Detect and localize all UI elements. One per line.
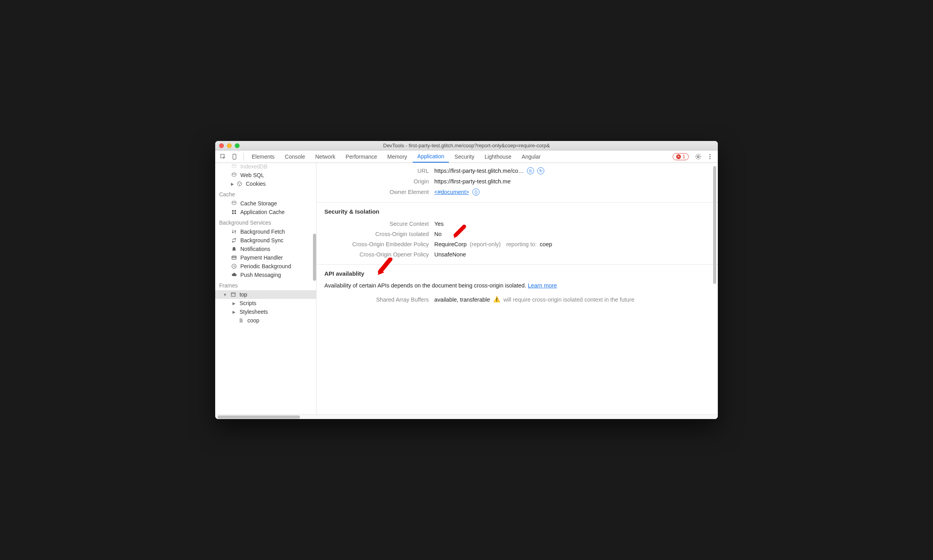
owner-element-link[interactable]: <#document> bbox=[434, 189, 469, 195]
svg-line-9 bbox=[696, 158, 697, 159]
coep-value: RequireCorp bbox=[434, 241, 466, 247]
svg-point-16 bbox=[238, 182, 242, 186]
sidebar-item-push[interactable]: Push Messaging bbox=[215, 271, 316, 279]
settings-icon[interactable] bbox=[693, 151, 704, 162]
svg-rect-21 bbox=[232, 210, 234, 212]
annotation-arrow-icon bbox=[449, 224, 466, 242]
device-icon[interactable] bbox=[229, 151, 240, 162]
api-note-text: Availability of certain APIs depends on … bbox=[324, 282, 528, 289]
close-window-button[interactable] bbox=[219, 143, 224, 148]
sidebar-scrollbar[interactable] bbox=[313, 234, 316, 281]
sidebar-label: Stylesheets bbox=[240, 309, 268, 315]
bell-icon bbox=[231, 246, 237, 252]
sidebar-item-indexeddb[interactable]: IndexedDB bbox=[215, 163, 316, 171]
grid-icon bbox=[231, 209, 237, 215]
svg-point-15 bbox=[232, 173, 236, 174]
sidebar-item-top-frame[interactable]: ▼ top bbox=[215, 290, 316, 299]
svg-point-18 bbox=[240, 183, 241, 184]
sidebar-label: Payment Handler bbox=[240, 254, 283, 261]
devtools-tabbar: ElementsConsoleNetworkPerformanceMemoryA… bbox=[215, 150, 718, 163]
more-icon[interactable] bbox=[704, 151, 715, 162]
tab-network[interactable]: Network bbox=[311, 150, 340, 163]
sidebar-item-bgfetch[interactable]: Background Fetch bbox=[215, 227, 316, 236]
sidebar-item-payment[interactable]: Payment Handler bbox=[215, 253, 316, 262]
coop-value: UnsafeNone bbox=[434, 251, 466, 258]
sidebar-label: Cache Storage bbox=[240, 200, 277, 207]
sidebar-group-cache: Cache bbox=[215, 188, 316, 199]
origin-label: Origin bbox=[316, 178, 434, 185]
copy-icon[interactable]: ⎘ bbox=[527, 167, 534, 174]
database-icon bbox=[231, 172, 237, 178]
reveal-icon[interactable]: ⟨⟩ bbox=[472, 188, 479, 196]
sidebar-group-frames: Frames bbox=[215, 279, 316, 290]
svg-point-17 bbox=[238, 183, 239, 183]
svg-point-12 bbox=[710, 156, 711, 157]
minimize-window-button[interactable] bbox=[227, 143, 232, 148]
learn-more-link[interactable]: Learn more bbox=[528, 282, 557, 289]
tab-lighthouse[interactable]: Lighthouse bbox=[480, 150, 516, 163]
coi-label: Cross-Origin Isolated bbox=[316, 231, 434, 237]
sidebar-item-bgsync[interactable]: Background Sync bbox=[215, 236, 316, 245]
svg-line-7 bbox=[696, 154, 697, 155]
scrollbar-thumb[interactable] bbox=[218, 415, 300, 419]
coep-mode: (report-only) bbox=[470, 241, 501, 247]
panel-body: IndexedDB Web SQL ▶ Cookies Cache bbox=[215, 163, 718, 414]
sidebar-item-websql[interactable]: Web SQL bbox=[215, 171, 316, 179]
tab-memory[interactable]: Memory bbox=[382, 150, 412, 163]
open-icon[interactable]: ↻ bbox=[537, 167, 544, 174]
annotation-arrow-icon bbox=[375, 258, 393, 278]
error-count: 1 bbox=[682, 154, 685, 159]
sidebar-item-scripts[interactable]: ▶ Scripts bbox=[215, 299, 316, 307]
coep-reporting-label: reporting to: bbox=[506, 241, 536, 247]
svg-rect-23 bbox=[232, 212, 234, 214]
clock-icon bbox=[231, 263, 237, 269]
caret-icon: ▼ bbox=[223, 293, 227, 297]
sidebar-item-notifications[interactable]: Notifications bbox=[215, 245, 316, 253]
cloud-icon bbox=[231, 272, 237, 278]
database-icon bbox=[231, 200, 237, 207]
sidebar-item-appcache[interactable]: Application Cache bbox=[215, 208, 316, 216]
origin-value: https://first-party-test.glitch.me bbox=[434, 178, 510, 185]
svg-point-20 bbox=[232, 201, 236, 203]
horizontal-scrollbar[interactable] bbox=[215, 414, 718, 419]
tab-elements[interactable]: Elements bbox=[247, 150, 279, 163]
window-controls bbox=[219, 143, 240, 148]
tab-angular[interactable]: Angular bbox=[517, 150, 545, 163]
inspect-icon[interactable] bbox=[218, 151, 229, 162]
sidebar-label: Application Cache bbox=[240, 209, 285, 215]
tab-performance[interactable]: Performance bbox=[341, 150, 382, 163]
sidebar-item-cookies[interactable]: ▶ Cookies bbox=[215, 179, 316, 188]
sidebar-label: Background Sync bbox=[240, 237, 284, 243]
sidebar-item-cachestorage[interactable]: Cache Storage bbox=[215, 199, 316, 208]
swap-icon bbox=[231, 229, 237, 235]
tab-security[interactable]: Security bbox=[450, 150, 479, 163]
secure-context-value: Yes bbox=[434, 221, 444, 227]
error-icon: ✕ bbox=[676, 154, 681, 159]
svg-rect-24 bbox=[234, 212, 236, 214]
tab-console[interactable]: Console bbox=[280, 150, 309, 163]
svg-rect-1 bbox=[233, 154, 236, 159]
svg-rect-28 bbox=[231, 293, 235, 296]
frame-details[interactable]: URL https://first-party-test.glitch.me/c… bbox=[316, 163, 718, 414]
svg-point-19 bbox=[239, 185, 240, 185]
error-badge[interactable]: ✕ 1 bbox=[673, 153, 689, 160]
sab-value: available, transferable bbox=[434, 296, 490, 303]
coop-label: Cross-Origin Opener Policy bbox=[316, 251, 434, 258]
secure-context-label: Secure Context bbox=[316, 221, 434, 227]
sidebar-label: top bbox=[240, 291, 247, 298]
sidebar-label: Periodic Background bbox=[240, 263, 291, 269]
sidebar-label: Notifications bbox=[240, 246, 270, 252]
window-title: DevTools - first-party-test.glitch.me/co… bbox=[218, 143, 715, 148]
sidebar-item-stylesheets[interactable]: ▶ Stylesheets bbox=[215, 307, 316, 316]
sidebar-label: coop bbox=[247, 317, 259, 324]
card-icon bbox=[231, 254, 237, 261]
application-sidebar[interactable]: IndexedDB Web SQL ▶ Cookies Cache bbox=[215, 163, 316, 414]
tab-application[interactable]: Application bbox=[413, 150, 449, 163]
maximize-window-button[interactable] bbox=[235, 143, 240, 148]
sidebar-item-coop[interactable]: coop bbox=[215, 316, 316, 325]
caret-icon: ▶ bbox=[231, 182, 235, 186]
sidebar-label: Background Fetch bbox=[240, 229, 285, 235]
sidebar-label: Scripts bbox=[240, 300, 256, 306]
sab-warning: will require cross-origin isolated conte… bbox=[503, 296, 635, 303]
sidebar-item-periodic[interactable]: Periodic Background bbox=[215, 262, 316, 271]
